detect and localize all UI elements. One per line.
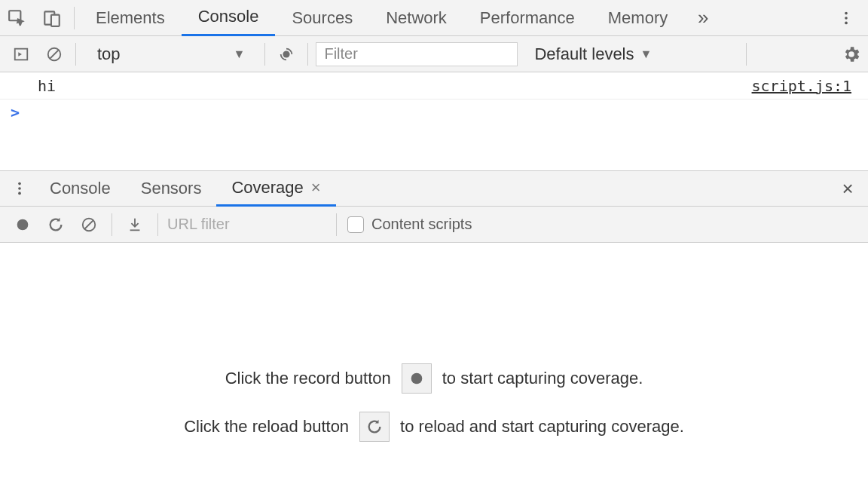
content-scripts-label: Content scripts <box>371 216 472 233</box>
console-prompt[interactable]: > <box>0 100 868 125</box>
svg-point-11 <box>18 182 21 185</box>
tab-elements[interactable]: Elements <box>79 0 182 36</box>
drawer-tab-label: Coverage <box>231 178 303 198</box>
separator <box>75 43 76 66</box>
chevron-down-icon: ▼ <box>234 47 246 61</box>
record-icon <box>402 363 432 394</box>
log-level-label: Default levels <box>534 44 634 64</box>
url-filter-input[interactable] <box>164 216 330 233</box>
svg-line-16 <box>85 220 93 228</box>
execution-context-selector[interactable]: top ▼ <box>85 41 255 67</box>
devtools-menu-icon[interactable] <box>827 10 865 26</box>
more-tabs-icon[interactable]: » <box>684 6 722 29</box>
device-toggle-icon[interactable] <box>35 0 69 36</box>
log-level-selector[interactable]: Default levels ▼ <box>524 41 662 67</box>
devtools-tabstrip: Elements Console Sources Network Perform… <box>0 0 868 36</box>
hint-text: Click the reload button <box>184 417 349 437</box>
drawer-tab-coverage[interactable]: Coverage × <box>216 170 335 207</box>
console-sidebar-toggle-icon[interactable] <box>5 36 38 72</box>
svg-rect-2 <box>51 14 60 26</box>
chevron-down-icon: ▼ <box>640 47 653 61</box>
svg-point-14 <box>17 219 29 230</box>
separator <box>746 43 747 66</box>
svg-line-9 <box>50 50 59 58</box>
clear-icon[interactable] <box>72 207 105 243</box>
separator <box>307 43 308 66</box>
live-expression-icon[interactable] <box>270 36 303 72</box>
separator <box>157 213 158 236</box>
console-filter-input[interactable] <box>316 42 518 66</box>
svg-point-4 <box>845 17 848 20</box>
tab-memory[interactable]: Memory <box>591 0 684 36</box>
separator <box>112 213 112 236</box>
drawer-tab-console[interactable]: Console <box>35 170 126 207</box>
coverage-empty-state: Click the record button to start capturi… <box>0 243 868 442</box>
tab-console[interactable]: Console <box>182 0 276 36</box>
hint-text: to reload and start capturing coverage. <box>400 417 684 437</box>
console-output: hi script.js:1 > <box>0 72 868 170</box>
svg-marker-7 <box>18 52 22 57</box>
log-message: hi <box>38 77 56 95</box>
svg-point-13 <box>18 192 21 195</box>
record-icon[interactable] <box>6 207 39 243</box>
reload-icon[interactable] <box>39 207 72 243</box>
separator <box>336 213 337 236</box>
hint-reload: Click the reload button to reload and st… <box>184 412 684 442</box>
hint-text: Click the record button <box>225 369 391 388</box>
spacer <box>0 125 868 170</box>
execution-context-label: top <box>97 44 121 64</box>
close-icon[interactable]: × <box>311 178 321 198</box>
separator <box>74 7 75 29</box>
reload-icon <box>359 412 390 442</box>
log-source-link[interactable]: script.js:1 <box>752 77 851 95</box>
tab-performance[interactable]: Performance <box>463 0 591 36</box>
hint-record: Click the record button to start capturi… <box>225 363 643 394</box>
drawer-tab-sensors[interactable]: Sensors <box>126 170 217 207</box>
drawer-close-icon[interactable]: × <box>827 177 868 201</box>
svg-point-12 <box>18 187 21 190</box>
content-scripts-checkbox[interactable] <box>347 216 364 233</box>
separator <box>264 43 265 66</box>
svg-point-10 <box>283 51 290 57</box>
drawer-menu-icon[interactable] <box>5 180 35 197</box>
svg-point-19 <box>411 373 422 384</box>
console-settings-icon[interactable] <box>835 36 868 72</box>
export-icon[interactable] <box>118 207 151 243</box>
svg-point-5 <box>845 21 848 24</box>
clear-console-icon[interactable] <box>38 36 71 72</box>
svg-point-3 <box>845 11 848 14</box>
coverage-toolbar: Content scripts <box>0 207 868 243</box>
console-toolbar: top ▼ Default levels ▼ <box>0 36 868 72</box>
tab-sources[interactable]: Sources <box>275 0 369 36</box>
inspect-element-icon[interactable] <box>0 0 35 36</box>
hint-text: to start capturing coverage. <box>442 369 643 388</box>
drawer-tabstrip: Console Sensors Coverage × × <box>0 170 868 207</box>
tab-network[interactable]: Network <box>369 0 463 36</box>
chevron-right-icon: > <box>11 103 20 121</box>
console-log-row: hi script.js:1 <box>0 72 868 100</box>
